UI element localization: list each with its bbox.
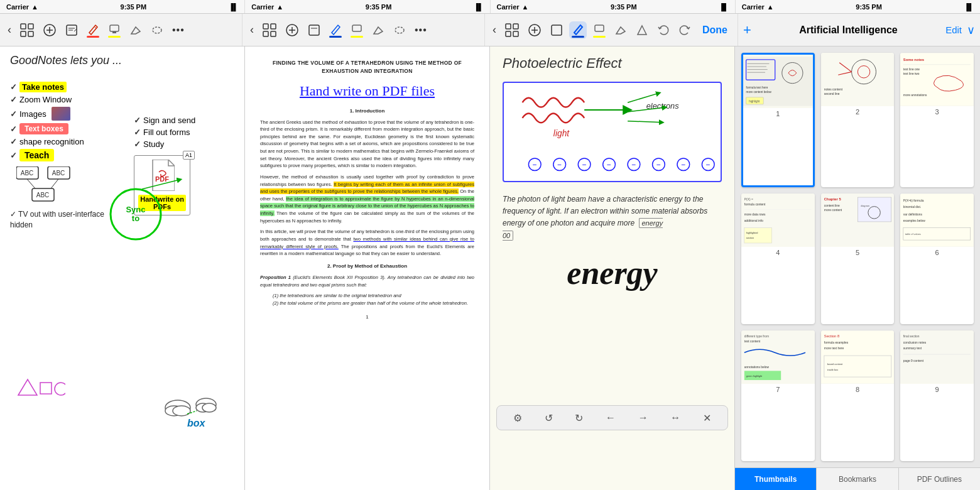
wifi-icon-4: ▲ [767, 3, 774, 11]
highlighter-button-3[interactable] [591, 21, 608, 39]
highlighter-button-2[interactable] [348, 21, 366, 39]
thumbnail-item-1[interactable]: formula text here more content below hig… [741, 53, 815, 187]
pen-button-1[interactable] [84, 21, 102, 39]
thumb-num-7: 7 [741, 384, 815, 395]
undo-button-3[interactable] [655, 23, 672, 38]
undo-icon-bottom[interactable]: ↺ [545, 412, 553, 424]
svg-text:final section: final section [903, 335, 920, 338]
svg-line-65 [628, 121, 662, 122]
done-button[interactable]: Done [697, 22, 732, 38]
pdf-content: FINDING THE VOLUME OF A TETRAHEDRON USIN… [245, 46, 489, 334]
grid-button-3[interactable] [503, 22, 521, 38]
svg-rect-22 [309, 25, 319, 35]
tab-pdf-outlines[interactable]: PDF Outlines [899, 468, 980, 490]
svg-text:text line two: text line two [903, 72, 920, 75]
eraser-button-3[interactable] [612, 23, 629, 38]
tab-thumbnails[interactable]: Thumbnails [735, 468, 817, 490]
redo-button-3[interactable] [676, 23, 694, 38]
thumbnail-item-9[interactable]: final section conclusion notes summary t… [900, 330, 974, 461]
grid-icon-1 [20, 23, 34, 37]
time-label-4: 9:35 PM [856, 3, 882, 11]
pen-button-2[interactable] [327, 21, 344, 39]
thumb-svg-8: Section 8 formula examples more text her… [821, 330, 895, 384]
svg-text:binomial dist.: binomial dist. [903, 205, 921, 209]
toolbar-row: ‹ [0, 14, 980, 46]
lasso-button-2[interactable] [391, 23, 408, 38]
add-circle-icon-3 [528, 23, 542, 37]
chevron-down-button[interactable]: ∨ [967, 23, 975, 37]
edit-button-2[interactable] [305, 23, 323, 38]
settings-icon[interactable]: ⚙ [513, 412, 522, 424]
add-button-3[interactable] [525, 22, 544, 38]
arrow-right-icon[interactable]: → [638, 412, 648, 423]
feature-teach: ✓ Teach [10, 149, 133, 161]
back-button-1[interactable]: ‹ [5, 22, 14, 38]
svg-rect-12 [110, 25, 119, 31]
add-circle-icon-1 [43, 23, 57, 37]
panel-1-goodnotes: GoodNotes lets you ... ✓ Take notes ✓ Zo… [0, 46, 245, 490]
svg-text:diagram: diagram [861, 204, 869, 207]
redo-icon-bottom[interactable]: ↻ [575, 412, 583, 424]
arrow-leftright-icon[interactable]: ↔ [670, 412, 680, 423]
thumbnail-item-2[interactable]: notes content second line 2 [821, 53, 895, 187]
edit-notebook-button[interactable]: Edit [945, 24, 962, 35]
svg-rect-18 [271, 31, 276, 36]
eraser-button-1[interactable] [127, 23, 144, 38]
svg-rect-26 [506, 24, 511, 29]
add-button-1[interactable] [40, 22, 59, 38]
feature-study: ✓ Study [134, 139, 228, 149]
thumbnail-item-8[interactable]: Section 8 formula examples more text her… [821, 330, 895, 461]
svg-text:more annotations: more annotations [903, 94, 927, 97]
sync-arrows [142, 177, 192, 195]
pdf-intro-text: The ancient Greeks used the method of ex… [260, 119, 474, 322]
status-segment-2: Carrier ▲ 9:35 PM ▐▌ [245, 0, 490, 13]
lasso-button-1[interactable] [148, 23, 166, 38]
shapes-icons [15, 373, 65, 398]
back-button-2[interactable]: ‹ [248, 22, 256, 38]
svg-text:more data rows: more data rows [744, 213, 766, 216]
more-button-1[interactable]: ••• [170, 23, 187, 37]
thumbnail-item-4[interactable]: P(X) = formula content more data rows ad… [741, 193, 815, 324]
edit-button-3[interactable] [548, 23, 565, 38]
feature-fill: ✓ Fill out forms [134, 128, 228, 137]
grid-button-1[interactable] [18, 22, 36, 38]
eraser-icon-1 [129, 24, 142, 36]
svg-rect-24 [352, 25, 361, 31]
thumbnail-img-7: different type from text content annotat… [741, 330, 815, 384]
thumbnail-item-3[interactable]: Some notes text line one text line two m… [900, 53, 974, 187]
tab-bookmarks[interactable]: Bookmarks [817, 468, 898, 490]
pen-button-3[interactable] [569, 21, 587, 39]
teach-label: Teach [19, 149, 54, 161]
add-button-2[interactable] [283, 22, 302, 38]
feature-take-notes: ✓ Take notes [10, 82, 133, 92]
svg-text:−: − [632, 160, 636, 169]
back-button-3[interactable]: ‹ [490, 22, 499, 38]
svg-point-54 [202, 403, 216, 412]
grid-button-2[interactable] [260, 22, 279, 38]
thumbnail-item-7[interactable]: different type from text content annotat… [741, 330, 815, 461]
battery-icon-4: ▐▌ [964, 3, 974, 11]
thumbnail-img-3: Some notes text line one text line two m… [900, 53, 974, 106]
pen-color-indicator-2 [329, 36, 342, 38]
thumbnail-item-5[interactable]: Chapter 5 content line more content diag… [821, 193, 895, 324]
highlighter-button-1[interactable] [106, 21, 123, 39]
add-notebook-button[interactable]: + [743, 22, 751, 38]
close-icon[interactable]: ✕ [703, 412, 711, 424]
thumbnail-img-9: final section conclusion notes summary t… [900, 330, 974, 384]
svg-rect-15 [263, 24, 268, 29]
toolbar-1: ‹ [0, 14, 242, 46]
text-boxes-label: Text boxes [19, 123, 68, 134]
thumbnail-item-6[interactable]: P(X=k) formula binomial dist. var defini… [900, 193, 974, 324]
eraser-button-2[interactable] [369, 23, 387, 38]
highlighter-color-indicator-3 [593, 36, 606, 38]
more-button-2[interactable]: ••• [412, 23, 430, 37]
highlighter-icon-3 [593, 23, 606, 35]
prop-list: (1) the tetrahedrons are similar to the … [260, 292, 474, 307]
edit-button-1[interactable] [63, 23, 80, 38]
svg-rect-34 [595, 25, 604, 31]
arrow-left-icon[interactable]: ← [606, 412, 616, 423]
svg-rect-3 [28, 31, 33, 36]
shapes-button-3[interactable] [633, 23, 651, 38]
svg-text:box: box [187, 418, 206, 428]
panel1-title: GoodNotes lets you ... [10, 54, 234, 67]
